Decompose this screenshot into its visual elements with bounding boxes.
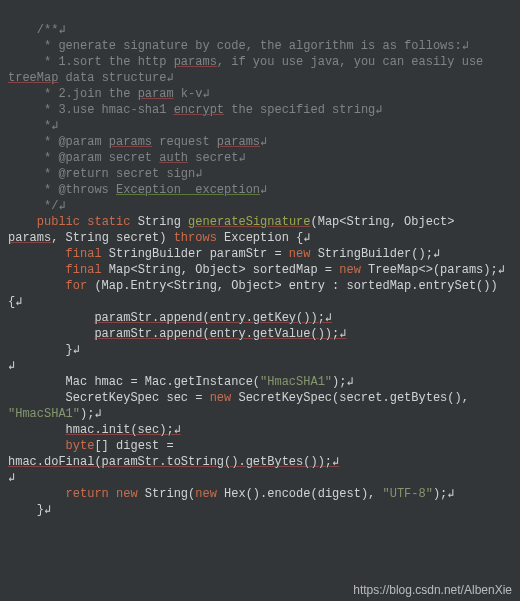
code-line: }↲ <box>8 343 80 357</box>
code-line: byte[] digest = <box>8 439 181 453</box>
code-line: final StringBuilder paramStr = new Strin… <box>8 247 440 261</box>
code-line: hmac.doFinal(paramStr.toString().getByte… <box>8 455 339 469</box>
code-line: for (Map.Entry<String, Object> entry : s… <box>8 279 505 309</box>
comment-line: * @return secret sign↲ <box>8 167 202 181</box>
comment-line: */↲ <box>8 199 66 213</box>
code-line: paramStr.append(entry.getValue());↲ <box>8 327 347 341</box>
code-line: public static String generateSignature(M… <box>8 215 462 229</box>
code-line: hmac.init(sec);↲ <box>8 423 181 437</box>
code-line: return new String(new Hex().encode(diges… <box>8 487 455 501</box>
code-line: ↲ <box>8 359 15 373</box>
comment-line: treeMap data structure↲ <box>8 71 174 85</box>
comment-line: * 3.use hmac-sha1 encrypt the specified … <box>8 103 383 117</box>
code-line: SecretKeySpec sec = new SecretKeySpec(se… <box>8 391 476 405</box>
comment-line: * @param params request params↲ <box>8 135 267 149</box>
code-line: }↲ <box>8 503 51 517</box>
code-line: Mac hmac = Mac.getInstance("HmacSHA1");↲ <box>8 375 354 389</box>
comment-line: * generate signature by code, the algori… <box>8 39 469 53</box>
code-line: ↲ <box>8 471 15 485</box>
comment-line: * 1.sort the http params, if you use jav… <box>8 55 491 69</box>
comment-line: * @throws Exception exception↲ <box>8 183 267 197</box>
code-line: paramStr.append(entry.getKey());↲ <box>8 311 332 325</box>
watermark-text: https://blog.csdn.net/AlbenXie <box>353 583 512 597</box>
code-line: "HmacSHA1");↲ <box>8 407 102 421</box>
comment-line: /**↲ <box>8 23 66 37</box>
code-line: final Map<String, Object> sortedMap = ne… <box>8 263 505 277</box>
code-line: params, String secret) throws Exception … <box>8 231 311 245</box>
code-block: /**↲ * generate signature by code, the a… <box>0 0 520 524</box>
comment-line: *↲ <box>8 119 58 133</box>
comment-line: * 2.join the param k-v↲ <box>8 87 210 101</box>
comment-line: * @param secret auth secret↲ <box>8 151 246 165</box>
